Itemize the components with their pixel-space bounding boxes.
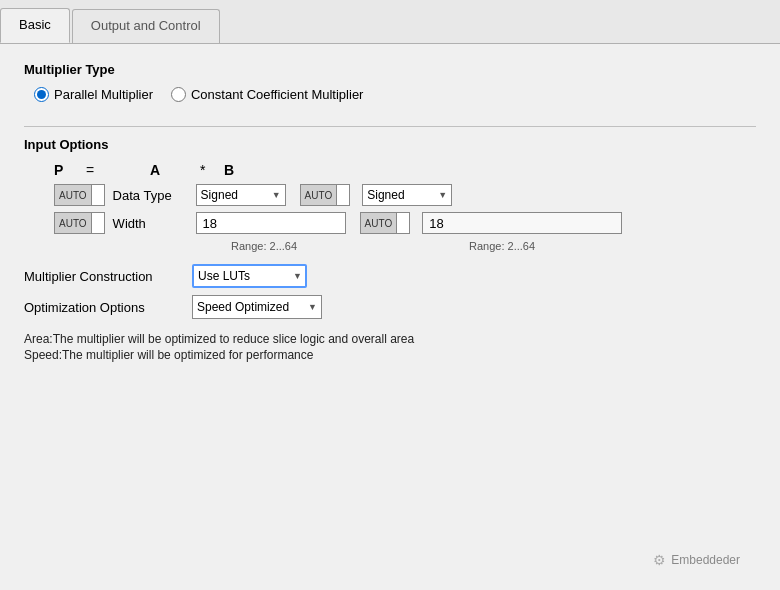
width-a-input[interactable]: 18 (196, 212, 346, 234)
width-a-value: 18 (203, 216, 217, 231)
datatype-b-select[interactable]: Signed Unsigned (362, 184, 452, 206)
constant-multiplier-radio[interactable] (171, 87, 186, 102)
divider-1 (24, 126, 756, 127)
tab-output-control-label: Output and Control (91, 18, 201, 33)
col-a-datatype-group: AUTO Data Type Signed Unsigned (54, 184, 286, 206)
footer: ⚙ Embeddeder (24, 548, 756, 576)
input-options-section: Input Options P = A * B AUTO Data Type (24, 137, 756, 260)
constant-multiplier-option[interactable]: Constant Coefficient Multiplier (171, 87, 363, 102)
auto-box-b-datatype: AUTO (300, 184, 351, 206)
auto-btn-b-width[interactable]: AUTO (361, 213, 398, 233)
datatype-a-select[interactable]: Signed Unsigned (196, 184, 286, 206)
width-b-value: 18 (429, 216, 443, 231)
range-a-text: Range: 2...64 (229, 240, 379, 252)
parallel-multiplier-option[interactable]: Parallel Multiplier (34, 87, 153, 102)
tab-output-control[interactable]: Output and Control (72, 9, 220, 43)
optimization-options-select[interactable]: Speed Optimized Area Optimized Balanced (192, 295, 322, 319)
auto-box-a-width: AUTO (54, 212, 105, 234)
width-row: AUTO Width 18 AUTO 18 (24, 212, 756, 234)
content-area: Multiplier Type Parallel Multiplier Cons… (0, 44, 780, 590)
tab-basic[interactable]: Basic (0, 8, 70, 43)
width-b-input[interactable]: 18 (422, 212, 622, 234)
main-container: Basic Output and Control Multiplier Type… (0, 0, 780, 590)
multiplier-construction-row: Multiplier Construction Use LUTs Use DSP… (24, 264, 756, 288)
optimization-options-row: Optimization Options Speed Optimized Are… (24, 295, 756, 319)
width-label: Width (113, 216, 188, 231)
data-type-row: AUTO Data Type Signed Unsigned AUTO (24, 184, 756, 206)
datatype-a-select-wrapper: Signed Unsigned (196, 184, 286, 206)
multiplier-construction-label: Multiplier Construction (24, 269, 184, 284)
eq-star: * (200, 162, 224, 178)
constant-multiplier-label: Constant Coefficient Multiplier (191, 87, 363, 102)
multiplier-type-title: Multiplier Type (24, 62, 756, 77)
multiplier-construction-select-wrapper: Use LUTs Use DSP Blocks Use Both (192, 264, 307, 288)
multiplier-type-radio-row: Parallel Multiplier Constant Coefficient… (24, 87, 756, 102)
eq-P: P (54, 162, 86, 178)
auto-btn-a-width[interactable]: AUTO (55, 213, 92, 233)
range-b-text: Range: 2...64 (467, 240, 535, 252)
eq-A: A (110, 162, 200, 178)
parallel-multiplier-label: Parallel Multiplier (54, 87, 153, 102)
datatype-b-select-wrapper: Signed Unsigned (362, 184, 452, 206)
optimization-options-select-wrapper: Speed Optimized Area Optimized Balanced (192, 295, 322, 319)
eq-equals: = (86, 162, 110, 178)
brand-icon: ⚙ (653, 552, 666, 568)
tab-bar: Basic Output and Control (0, 0, 780, 44)
parallel-multiplier-radio[interactable] (34, 87, 49, 102)
eq-B: B (224, 162, 454, 178)
optimization-options-label: Optimization Options (24, 300, 184, 315)
equation-row: P = A * B (24, 162, 756, 178)
multiplier-construction-select[interactable]: Use LUTs Use DSP Blocks Use Both (192, 264, 307, 288)
data-type-label: Data Type (113, 188, 188, 203)
auto-btn-b-datatype[interactable]: AUTO (301, 185, 338, 205)
tab-basic-label: Basic (19, 17, 51, 32)
input-options-title: Input Options (24, 137, 756, 152)
brand-name: Embeddeder (671, 553, 740, 567)
auto-box-b-width: AUTO (360, 212, 411, 234)
auto-btn-a-datatype[interactable]: AUTO (55, 185, 92, 205)
range-row: Range: 2...64 Range: 2...64 (24, 240, 756, 252)
note-line-1: Area:The multiplier will be optimized to… (24, 332, 756, 346)
note-line-2: Speed:The multiplier will be optimized f… (24, 348, 756, 362)
col-a-width-group: AUTO Width 18 (54, 212, 346, 234)
multiplier-type-section: Multiplier Type Parallel Multiplier Cons… (24, 62, 756, 110)
auto-box-a-datatype: AUTO (54, 184, 105, 206)
col-b-datatype-group: AUTO Signed Unsigned (300, 184, 453, 206)
notes-section: Area:The multiplier will be optimized to… (24, 332, 756, 364)
col-b-width-group: AUTO 18 (360, 212, 623, 234)
